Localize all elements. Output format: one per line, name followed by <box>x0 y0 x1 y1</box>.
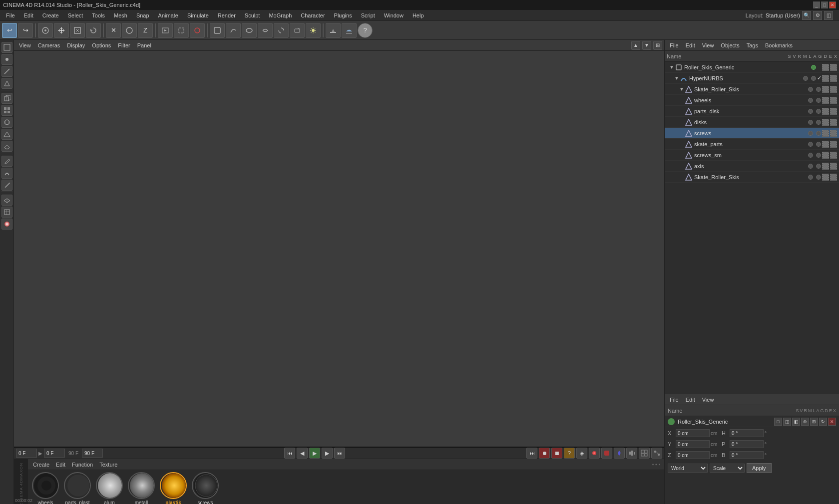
world-select[interactable]: World Object <box>668 464 708 473</box>
tl-btn-auto-key[interactable] <box>589 448 600 459</box>
tree-item-wheels[interactable]: wheels <box>665 95 839 106</box>
vp-btn-move-up[interactable]: ▲ <box>631 41 640 50</box>
material-alum[interactable]: alum <box>96 472 123 504</box>
tree-item-screws-sm[interactable]: screws_sm <box>665 150 839 161</box>
tool-floor[interactable] <box>326 23 341 38</box>
tool-objects[interactable] <box>210 23 225 38</box>
mat-menu-function[interactable]: Function <box>69 461 96 469</box>
menu-select[interactable]: Select <box>64 11 87 19</box>
mat-menu-texture[interactable]: Texture <box>96 461 120 469</box>
left-btn-points[interactable] <box>1 54 12 65</box>
vp-menu-cameras[interactable]: Cameras <box>35 41 63 49</box>
coord-y-pos[interactable] <box>676 440 710 448</box>
vp-menu-options[interactable]: Options <box>89 41 114 49</box>
material-screws[interactable]: screws <box>192 472 219 504</box>
menu-window[interactable]: Window <box>380 11 408 19</box>
menu-character[interactable]: Character <box>297 11 329 19</box>
left-btn-cube[interactable] <box>1 93 12 104</box>
tree-item-axis[interactable]: axis <box>665 161 839 172</box>
tool-live-selection[interactable] <box>38 23 53 38</box>
left-btn-color[interactable] <box>1 219 12 230</box>
attr-menu-view[interactable]: View <box>699 396 717 404</box>
left-btn-pen[interactable] <box>1 156 12 167</box>
tl-btn-record2[interactable] <box>601 448 612 459</box>
menu-sculpt[interactable]: Sculpt <box>241 11 264 19</box>
tool-deformer[interactable] <box>258 23 273 38</box>
tl-btn-goto-end2[interactable]: ⏭ <box>526 448 537 459</box>
material-wheels[interactable]: wheels <box>32 472 59 504</box>
close-button[interactable]: ✕ <box>829 1 836 8</box>
tl-btn-motion[interactable] <box>614 448 625 459</box>
menu-file[interactable]: File <box>2 11 19 19</box>
vp-menu-panel[interactable]: Panel <box>134 41 154 49</box>
tree-item-disks[interactable]: disks <box>665 117 839 128</box>
om-menu-view[interactable]: View <box>699 41 717 49</box>
menu-mograph[interactable]: MoGraph <box>265 11 296 19</box>
om-menu-tags[interactable]: Tags <box>744 41 761 49</box>
coord-p-rot[interactable] <box>730 440 764 448</box>
attr-ctrl-close[interactable]: ✕ <box>828 418 836 426</box>
tree-item-skate-roller-skis[interactable]: ▼ Skate_Roller_Skis <box>665 84 839 95</box>
left-btn-cone[interactable] <box>1 129 12 140</box>
tree-item-parts-disk[interactable]: parts_disk <box>665 106 839 117</box>
tl-btn-grid-view[interactable] <box>639 448 650 459</box>
tl-btn-play[interactable]: ▶ <box>309 448 320 459</box>
menu-script[interactable]: Script <box>357 11 379 19</box>
attr-ctrl-4[interactable]: ⊕ <box>801 418 809 426</box>
tl-btn-goto-end[interactable]: ⏭ <box>334 448 345 459</box>
tool-sky[interactable] <box>342 23 357 38</box>
attr-ctrl-2[interactable]: ◫ <box>783 418 791 426</box>
om-menu-file[interactable]: File <box>667 41 682 49</box>
menu-snap[interactable]: Snap <box>132 11 153 19</box>
coord-h-rot[interactable] <box>730 429 764 437</box>
tool-spline[interactable] <box>226 23 241 38</box>
menu-mesh[interactable]: Mesh <box>110 11 131 19</box>
layout-search-btn[interactable]: 🔍 <box>802 11 811 20</box>
coord-z-pos[interactable] <box>676 451 710 459</box>
tl-btn-record[interactable]: ⏺ <box>539 448 550 459</box>
left-btn-knife[interactable] <box>1 180 12 191</box>
left-btn-polygons[interactable] <box>1 78 12 89</box>
mat-menu-edit[interactable]: Edit <box>53 461 68 469</box>
current-frame-input[interactable] <box>16 449 37 458</box>
layout-expand-btn[interactable]: ◫ <box>824 11 833 20</box>
end-frame-input[interactable] <box>82 449 103 458</box>
frame-position-input[interactable] <box>44 449 65 458</box>
om-menu-objects[interactable]: Objects <box>718 41 742 49</box>
tool-nurbs[interactable] <box>242 23 257 38</box>
left-btn-texture[interactable] <box>1 207 12 218</box>
menu-render[interactable]: Render <box>214 11 240 19</box>
tool-undo[interactable]: ↩ <box>2 23 17 38</box>
tl-btn-schematic[interactable] <box>651 448 662 459</box>
menu-help[interactable]: Help <box>409 11 428 19</box>
tool-move[interactable] <box>54 23 69 38</box>
apply-button[interactable]: Apply <box>747 463 772 473</box>
tool-redo[interactable]: ↪ <box>18 23 33 38</box>
menu-edit[interactable]: Edit <box>20 11 37 19</box>
menu-plugins[interactable]: Plugins <box>330 11 356 19</box>
tree-item-roller-skis-generic[interactable]: ▼ Roller_Skis_Generic <box>665 62 839 73</box>
tool-render-all[interactable] <box>190 23 205 38</box>
tree-item-skate-roller-skis2[interactable]: Skate_Roller_Skis <box>665 172 839 183</box>
left-btn-edges[interactable] <box>1 66 12 77</box>
vp-menu-view[interactable]: View <box>16 41 34 49</box>
tree-item-hypernurbs[interactable]: ▼ HyperNURBS ✓ <box>665 73 839 84</box>
attr-ctrl-6[interactable]: ↻ <box>819 418 827 426</box>
left-btn-mode[interactable] <box>1 42 12 53</box>
tool-camera[interactable] <box>290 23 305 38</box>
tl-btn-stop[interactable]: ⏹ <box>551 448 562 459</box>
attr-menu-file[interactable]: File <box>667 396 682 404</box>
tl-btn-next-frame[interactable]: ▶ <box>322 448 333 459</box>
menu-tools[interactable]: Tools <box>88 11 109 19</box>
layout-settings-btn[interactable]: ⚙ <box>813 11 822 20</box>
vp-menu-display[interactable]: Display <box>64 41 88 49</box>
attr-ctrl-5[interactable]: ⊞ <box>810 418 818 426</box>
tool-scale[interactable] <box>70 23 85 38</box>
minimize-button[interactable]: _ <box>813 1 820 8</box>
material-metall[interactable]: metall <box>128 472 155 504</box>
vp-btn-move-down[interactable]: ▼ <box>642 41 651 50</box>
tool-render-view[interactable] <box>158 23 173 38</box>
tree-item-skate-parts[interactable]: skate_parts <box>665 139 839 150</box>
menu-simulate[interactable]: Simulate <box>183 11 213 19</box>
tool-z-rotate[interactable]: Z <box>138 23 153 38</box>
